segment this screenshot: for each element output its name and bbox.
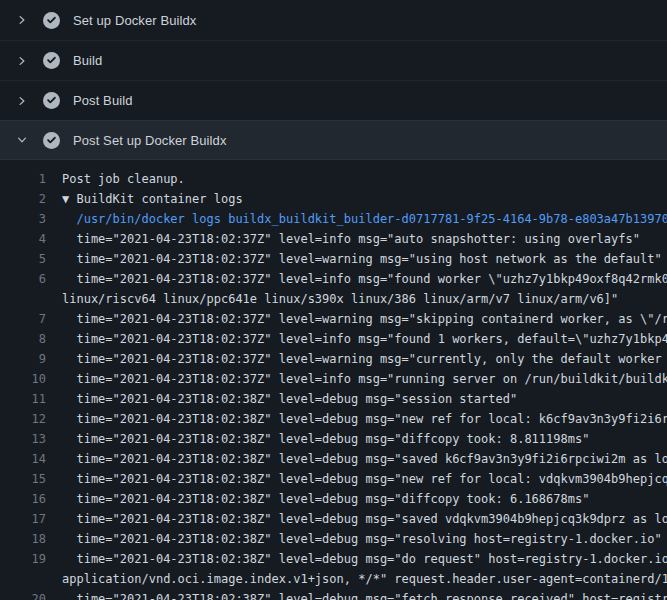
log-line: 9 time="2021-04-23T18:02:37Z" level=warn… [0, 349, 667, 369]
line-number[interactable]: 1 [0, 169, 62, 189]
log-line: 18 time="2021-04-23T18:02:38Z" level=deb… [0, 529, 667, 549]
group-toggle-icon[interactable]: ▼ [62, 192, 76, 206]
line-number[interactable]: 15 [0, 469, 62, 489]
line-number[interactable]: 14 [0, 449, 62, 469]
section-label: Post Set up Docker Buildx [73, 133, 227, 148]
log-line: 4 time="2021-04-23T18:02:37Z" level=info… [0, 229, 667, 249]
log-line: 12 time="2021-04-23T18:02:38Z" level=deb… [0, 409, 667, 429]
log-text: time="2021-04-23T18:02:38Z" level=debug … [62, 429, 589, 449]
chevron-down-icon [14, 132, 30, 148]
section-label: Build [73, 53, 102, 68]
success-check-icon [43, 52, 60, 69]
line-number[interactable]: 9 [0, 349, 62, 369]
log-line: 14 time="2021-04-23T18:02:38Z" level=deb… [0, 449, 667, 469]
line-number[interactable]: 19 [0, 549, 62, 569]
log-line-continuation: linux/riscv64 linux/ppc641e linux/s390x … [0, 289, 667, 309]
log-text: time="2021-04-23T18:02:38Z" level=debug … [62, 449, 667, 469]
log-line-continuation: application/vnd.oci.image.index.v1+json,… [0, 569, 667, 589]
log-viewer: Set up Docker Buildx Build Post Build Po… [0, 0, 667, 600]
log-text: time="2021-04-23T18:02:37Z" level=warnin… [62, 349, 667, 369]
line-number[interactable]: 20 [0, 589, 62, 600]
log-text: time="2021-04-23T18:02:38Z" level=debug … [62, 389, 517, 409]
section-build[interactable]: Build [0, 40, 667, 80]
line-number[interactable]: 12 [0, 409, 62, 429]
line-number[interactable]: 4 [0, 229, 62, 249]
log-line: 5 time="2021-04-23T18:02:37Z" level=warn… [0, 249, 667, 269]
chevron-right-icon [14, 93, 30, 109]
log-line: 8 time="2021-04-23T18:02:37Z" level=info… [0, 329, 667, 349]
log-text: time="2021-04-23T18:02:38Z" level=debug … [62, 549, 667, 569]
log-line: 1Post job cleanup. [0, 169, 667, 189]
log-text: /usr/bin/docker logs buildx_buildkit_bui… [62, 209, 667, 229]
line-number[interactable]: 6 [0, 269, 62, 289]
line-number[interactable]: 16 [0, 489, 62, 509]
log-line: 7 time="2021-04-23T18:02:37Z" level=warn… [0, 309, 667, 329]
log-text: time="2021-04-23T18:02:38Z" level=debug … [62, 409, 667, 429]
line-number[interactable]: 2 [0, 189, 62, 209]
log-line: 10 time="2021-04-23T18:02:37Z" level=inf… [0, 369, 667, 389]
line-number[interactable]: 10 [0, 369, 62, 389]
log-text: time="2021-04-23T18:02:38Z" level=debug … [62, 469, 667, 489]
log-line: 6 time="2021-04-23T18:02:37Z" level=info… [0, 269, 667, 289]
log-line: 2▼ BuildKit container logs [0, 189, 667, 209]
log-text: linux/riscv64 linux/ppc641e linux/s390x … [62, 289, 618, 309]
success-check-icon [43, 92, 60, 109]
log-text: time="2021-04-23T18:02:37Z" level=warnin… [62, 309, 667, 329]
log-line: 3 /usr/bin/docker logs buildx_buildkit_b… [0, 209, 667, 229]
line-number[interactable]: 17 [0, 509, 62, 529]
log-text: ▼ BuildKit container logs [62, 189, 243, 209]
section-label: Set up Docker Buildx [73, 13, 196, 28]
success-check-icon [43, 132, 60, 149]
log-text: application/vnd.oci.image.index.v1+json,… [62, 569, 667, 589]
log-text: time="2021-04-23T18:02:38Z" level=debug … [62, 489, 589, 509]
line-number[interactable]: 11 [0, 389, 62, 409]
log-line: 17 time="2021-04-23T18:02:38Z" level=deb… [0, 509, 667, 529]
log-line: 13 time="2021-04-23T18:02:38Z" level=deb… [0, 429, 667, 449]
log-text: time="2021-04-23T18:02:37Z" level=info m… [62, 229, 640, 249]
log-line: 20 time="2021-04-23T18:02:38Z" level=deb… [0, 589, 667, 600]
log-line: 19 time="2021-04-23T18:02:38Z" level=deb… [0, 549, 667, 569]
chevron-right-icon [14, 53, 30, 69]
chevron-right-icon [14, 12, 30, 28]
line-number[interactable]: 3 [0, 209, 62, 229]
log-line: 15 time="2021-04-23T18:02:38Z" level=deb… [0, 469, 667, 489]
section-setup-docker-buildx[interactable]: Set up Docker Buildx [0, 0, 667, 40]
log-text: time="2021-04-23T18:02:37Z" level=info m… [62, 329, 667, 349]
log-lines: 1Post job cleanup.2▼ BuildKit container … [0, 160, 667, 600]
group-title[interactable]: BuildKit container logs [76, 192, 242, 206]
log-line: 16 time="2021-04-23T18:02:38Z" level=deb… [0, 489, 667, 509]
log-text: time="2021-04-23T18:02:38Z" level=debug … [62, 589, 667, 600]
line-number[interactable]: 5 [0, 249, 62, 269]
section-label: Post Build [73, 93, 133, 108]
line-number[interactable]: 18 [0, 529, 62, 549]
log-text: time="2021-04-23T18:02:37Z" level=info m… [62, 269, 667, 289]
section-post-setup-docker-buildx[interactable]: Post Set up Docker Buildx [0, 120, 667, 160]
line-number[interactable]: 8 [0, 329, 62, 349]
log-text: time="2021-04-23T18:02:37Z" level=info m… [62, 369, 667, 389]
log-text: Post job cleanup. [62, 169, 185, 189]
success-check-icon [43, 12, 60, 29]
log-text: time="2021-04-23T18:02:38Z" level=debug … [62, 529, 662, 549]
line-number[interactable]: 13 [0, 429, 62, 449]
section-post-build[interactable]: Post Build [0, 80, 667, 120]
log-line: 11 time="2021-04-23T18:02:38Z" level=deb… [0, 389, 667, 409]
line-number[interactable]: 7 [0, 309, 62, 329]
log-text: time="2021-04-23T18:02:38Z" level=debug … [62, 509, 667, 529]
log-text: time="2021-04-23T18:02:37Z" level=warnin… [62, 249, 662, 269]
